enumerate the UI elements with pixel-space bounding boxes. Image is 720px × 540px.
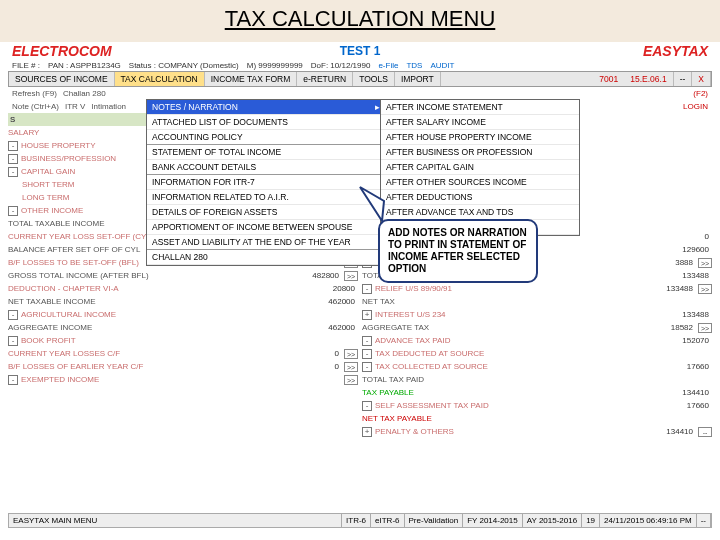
challan-link[interactable]: Challan 280	[63, 89, 106, 98]
go-button[interactable]: --	[698, 427, 712, 437]
menu-statement[interactable]: STATEMENT OF TOTAL INCOME	[147, 145, 385, 160]
note-button[interactable]: Note (Ctrl+A)	[12, 102, 59, 111]
menu-tax-calc[interactable]: TAX CALCULATION	[115, 72, 205, 86]
main-body: S SALARY -HOUSE PROPERTY -BUSINESS/PROFE…	[8, 113, 712, 438]
callout-tail-icon	[356, 185, 386, 225]
status-count: 19	[582, 514, 600, 527]
login-link[interactable]: LOGIN	[683, 102, 708, 111]
go-button[interactable]: >>	[344, 362, 358, 372]
toggle-icon[interactable]: -	[8, 336, 18, 346]
val: 462000	[308, 323, 358, 332]
toggle-icon[interactable]: -	[362, 349, 372, 359]
row-penalty[interactable]: PENALTY & OTHERS	[375, 427, 646, 436]
menu-tools[interactable]: TOOLS	[353, 72, 395, 86]
tds-link[interactable]: TDS	[406, 61, 422, 70]
menu-bank[interactable]: BANK ACCOUNT DETAILS	[147, 160, 385, 175]
toggle-icon[interactable]: -	[8, 375, 18, 385]
status-bar: EASYTAX MAIN MENU ITR-6 eITR-6 Pre-Valid…	[8, 513, 712, 528]
sub-after-house[interactable]: AFTER HOUSE PROPERTY INCOME	[381, 130, 579, 145]
row-bookprofit[interactable]: BOOK PROFIT	[21, 336, 358, 345]
status-main[interactable]: EASYTAX MAIN MENU	[9, 514, 342, 527]
val: 152070	[662, 336, 712, 345]
sub-after-deduct[interactable]: AFTER DEDUCTIONS	[381, 190, 579, 205]
status-fy: FY 2014-2015	[463, 514, 523, 527]
status-itr6: ITR-6	[342, 514, 371, 527]
menu-foreign[interactable]: DETAILS OF FOREIGN ASSETS	[147, 205, 385, 220]
menu-sources[interactable]: SOURCES OF INCOME	[9, 72, 115, 86]
dof-label: DoF: 10/12/1990	[311, 61, 371, 70]
menu-apportion[interactable]: APPORTIOMENT OF INCOME BETWEEN SPOUSE	[147, 220, 385, 235]
status-dash: --	[697, 514, 711, 527]
toggle-icon[interactable]: -	[362, 401, 372, 411]
val: 17660	[662, 401, 712, 410]
status-eitr6: eITR-6	[371, 514, 404, 527]
menu-bar: SOURCES OF INCOME TAX CALCULATION INCOME…	[8, 71, 712, 87]
intimation-link[interactable]: Intimation	[91, 102, 126, 111]
row-relief[interactable]: RELIEF U/S 89/90/91	[375, 284, 646, 293]
row-deduction[interactable]: DEDUCTION - CHAPTER VI-A	[8, 284, 308, 293]
row-agri[interactable]: AGRICULTURAL INCOME	[21, 310, 358, 319]
toggle-icon[interactable]: -	[362, 362, 372, 372]
go-button[interactable]: >>	[698, 323, 712, 333]
callout: ADD NOTES OR NARRATION TO PRINT IN STATE…	[378, 219, 538, 283]
val: 3888	[646, 258, 696, 267]
row-tds[interactable]: TAX DEDUCTED AT SOURCE	[375, 349, 712, 358]
status-ay: AY 2015-2016	[523, 514, 582, 527]
val: 133488	[662, 310, 712, 319]
toggle-icon[interactable]: -	[8, 167, 18, 177]
sub-after-business[interactable]: AFTER BUSINESS OR PROFESSION	[381, 145, 579, 160]
title-bar: ELECTROCOM TEST 1 EASYTAX	[8, 42, 712, 60]
menu-accounting[interactable]: ACCOUNTING POLICY	[147, 130, 385, 145]
dash-box: --	[674, 72, 693, 86]
row-exempted[interactable]: EXEMPTED INCOME	[21, 375, 342, 384]
row-cylcf[interactable]: CURRENT YEAR LOSSES C/F	[8, 349, 292, 358]
menu-asset[interactable]: ASSET AND LIABILITY AT THE END OF THE YE…	[147, 235, 385, 250]
go-button[interactable]: >>	[344, 349, 358, 359]
row-totalpaid: TOTAL TAX PAID	[362, 375, 712, 384]
row-interest[interactable]: INTEREST U/S 234	[375, 310, 662, 319]
row-aggtax: AGGREGATE TAX	[362, 323, 646, 332]
row-tcs[interactable]: TAX COLLECTED AT SOURCE	[375, 362, 662, 371]
toggle-icon[interactable]: -	[8, 154, 18, 164]
toggle-icon[interactable]: -	[362, 336, 372, 346]
efile-link[interactable]: e-File	[378, 61, 398, 70]
go-button[interactable]: >>	[344, 271, 358, 281]
tax-calc-dropdown: NOTES / NARRATION▸ ATTACHED LIST OF DOCU…	[146, 99, 386, 266]
row-aggregate: AGGREGATE INCOME	[8, 323, 308, 332]
row-nettax: NET TAX	[362, 297, 712, 306]
menu-ereturn[interactable]: e-RETURN	[297, 72, 353, 86]
toggle-icon[interactable]: -	[8, 310, 18, 320]
go-button[interactable]: >>	[698, 258, 712, 268]
toggle-icon[interactable]: -	[362, 284, 372, 294]
sub-after-capgain[interactable]: AFTER CAPITAL GAIN	[381, 160, 579, 175]
menu-notes[interactable]: NOTES / NARRATION▸	[147, 100, 385, 115]
row-nettaxable: NET TAXABLE INCOME	[8, 297, 308, 306]
menu-import[interactable]: IMPORT	[395, 72, 441, 86]
row-taxpayable: TAX PAYABLE	[362, 388, 662, 397]
toggle-icon[interactable]: +	[362, 310, 372, 320]
go-button[interactable]: >>	[698, 284, 712, 294]
menu-attached[interactable]: ATTACHED LIST OF DOCUMENTS	[147, 115, 385, 130]
sub-after-advtax[interactable]: AFTER ADVANCE TAX AND TDS	[381, 205, 579, 220]
toggle-icon[interactable]: -	[8, 206, 18, 216]
audit-link[interactable]: AUDIT	[430, 61, 454, 70]
svg-marker-0	[360, 187, 384, 221]
sub-after-other[interactable]: AFTER OTHER SOURCES INCOME	[381, 175, 579, 190]
toggle-icon[interactable]: +	[362, 427, 372, 437]
menu-itr7[interactable]: INFORMATION FOR ITR-7	[147, 175, 385, 190]
close-button[interactable]: X	[692, 72, 711, 86]
go-button[interactable]: >>	[344, 375, 358, 385]
itrv-link[interactable]: ITR V	[65, 102, 85, 111]
file-label: FILE # :	[12, 61, 40, 70]
sub-after-salary[interactable]: AFTER SALARY INCOME	[381, 115, 579, 130]
row-selftax[interactable]: SELF ASSESSMENT TAX PAID	[375, 401, 662, 410]
refresh-button[interactable]: Refresh (F9)	[12, 89, 57, 98]
company-name: TEST 1	[128, 44, 592, 58]
row-bflcf[interactable]: B/F LOSSES OF EARLIER YEAR C/F	[8, 362, 292, 371]
menu-itform[interactable]: INCOME TAX FORM	[205, 72, 298, 86]
menu-challan280[interactable]: CHALLAN 280	[147, 250, 385, 265]
row-advtax[interactable]: ADVANCE TAX PAID	[375, 336, 662, 345]
sub-after-income[interactable]: AFTER INCOME STATEMENT	[381, 100, 579, 115]
menu-air[interactable]: INFORMATION RELATED TO A.I.R.	[147, 190, 385, 205]
toggle-icon[interactable]: -	[8, 141, 18, 151]
